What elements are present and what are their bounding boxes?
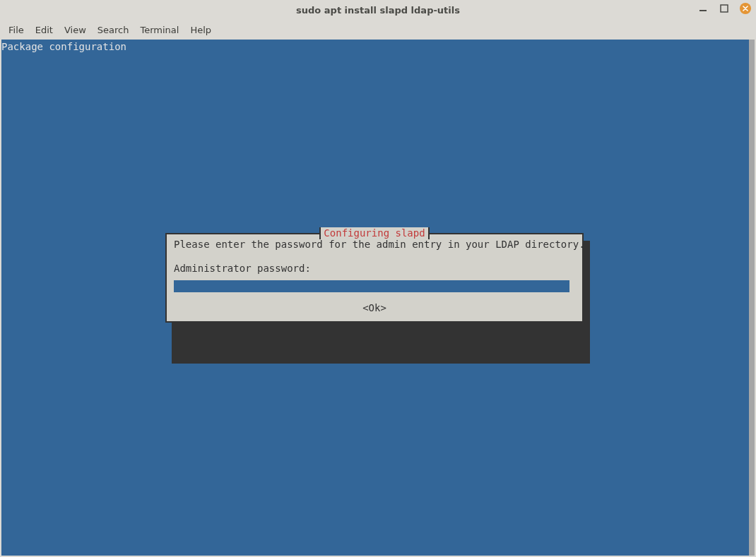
maximize-button[interactable] <box>718 2 731 15</box>
config-dialog: Configuring slapd Please enter the passw… <box>165 233 584 323</box>
dialog-message: Please enter the password for the admin … <box>174 239 575 251</box>
terminal-viewport: Package configuration Configuring slapd … <box>1 40 749 556</box>
window-title: sudo apt install slapd ldap-utils <box>0 5 756 16</box>
menu-file[interactable]: File <box>3 22 30 38</box>
scrollbar-thumb[interactable] <box>749 40 755 556</box>
menubar: File Edit View Search Terminal Help <box>0 20 756 40</box>
menu-search[interactable]: Search <box>92 22 135 38</box>
menu-view[interactable]: View <box>59 22 92 38</box>
terminal-line-header: Package configuration <box>1 40 749 53</box>
menu-edit[interactable]: Edit <box>30 22 59 38</box>
password-field-wrap <box>174 280 569 292</box>
menu-terminal[interactable]: Terminal <box>134 22 184 38</box>
svg-rect-0 <box>699 10 707 11</box>
dialog-title: Configuring slapd <box>319 227 429 239</box>
dialog-prompt-label: Administrator password: <box>174 263 575 275</box>
window-controls <box>697 2 752 15</box>
scrollbar-track[interactable] <box>749 40 755 556</box>
close-icon <box>740 3 751 14</box>
dialog-title-wrap: Configuring slapd <box>167 227 582 239</box>
close-button[interactable] <box>739 2 752 15</box>
administrator-password-input[interactable] <box>174 280 569 292</box>
terminal[interactable]: Package configuration Configuring slapd … <box>1 40 755 556</box>
minimize-button[interactable] <box>697 2 709 15</box>
menu-help[interactable]: Help <box>184 22 217 38</box>
window-titlebar: sudo apt install slapd ldap-utils <box>0 0 756 20</box>
svg-rect-1 <box>721 5 728 12</box>
ok-button[interactable]: <Ok> <box>174 302 575 314</box>
